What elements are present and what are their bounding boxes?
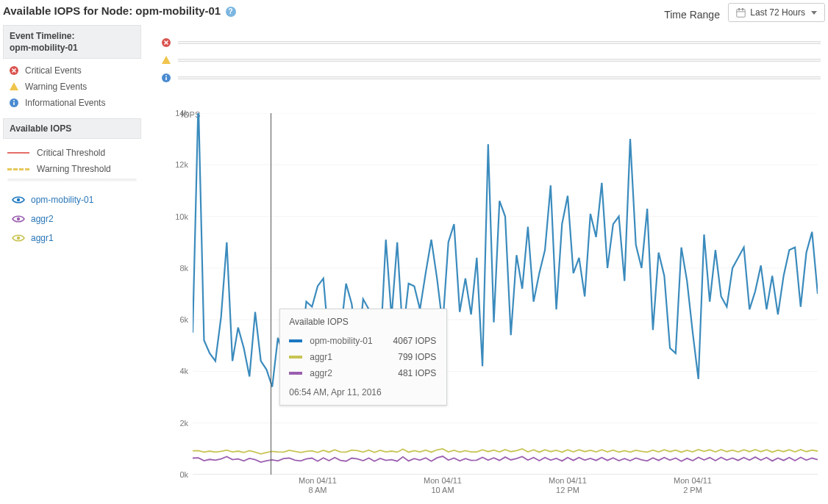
time-range-value: Last 72 Hours [750,7,805,18]
series-toggle-opm-mobility-01[interactable]: opm-mobility-01 [7,190,137,209]
event-timeline-node: opm-mobility-01 [10,42,135,54]
tooltip-row: opm-mobility-014067 IOPS [289,333,436,349]
tooltip-swatch [289,356,302,359]
warning-icon [9,82,19,92]
help-icon[interactable]: ? [226,7,236,17]
event-timeline-title: Event Timeline: [10,30,135,42]
chart-tooltip: Available IOPS opm-mobility-014067 IOPSa… [279,309,447,406]
tooltip-swatch [289,372,302,375]
strip-bar[interactable] [178,41,821,44]
title-node-name: opm-mobility-01 [135,4,221,17]
tooltip-series-name: aggr2 [310,368,390,378]
svg-rect-7 [13,101,15,102]
y-tick-label: 2k [179,419,188,428]
legend-info-label: Informational Events [25,98,105,108]
title-prefix: Available IOPS for Node: [3,4,135,17]
x-axis: Mon 04/118 AMMon 04/1110 AMMon 04/1112 P… [193,476,818,497]
critical-threshold-swatch [7,152,29,154]
event-legend: Critical Events Warning Events Informati… [3,59,141,118]
event-strips [160,35,821,88]
legend-info[interactable]: Informational Events [4,95,140,111]
warning-icon [160,55,172,65]
tooltip-timestamp: 06:54 AM, Apr 11, 2016 [289,387,436,397]
x-tick-label: Mon 04/1112 PM [549,476,587,495]
sidebar: Event Timeline: opm-mobility-01 Critical… [3,25,141,256]
svg-rect-14 [165,75,167,76]
svg-rect-13 [165,77,167,80]
tooltip-series-value: 799 IOPS [398,352,436,362]
svg-point-8 [17,198,20,201]
threshold-critical[interactable]: Critical Threshold [7,145,137,161]
y-tick-label: 6k [179,315,188,324]
tooltip-series-name: aggr1 [310,352,390,362]
y-tick-label: 8k [179,264,188,273]
y-tick-label: 4k [179,367,188,375]
strip-warning [160,53,821,71]
series-legend: opm-mobility-01 aggr2 aggr1 [7,187,137,248]
y-tick-label: 0k [179,470,188,479]
calendar-icon [736,8,746,18]
x-tick-label: Mon 04/112 PM [674,476,712,495]
chart: IOPS Available IOPS opm-mobility-014067 … [160,110,821,497]
page-header: Available IOPS for Node: opm-mobility-01… [3,4,825,24]
info-icon [160,73,172,83]
series-name: opm-mobility-01 [31,195,93,205]
svg-rect-0 [737,9,745,17]
critical-icon [160,37,172,48]
legend-critical[interactable]: Critical Events [4,62,140,79]
y-tick-label: 12k [175,160,188,169]
time-range-button[interactable]: Last 72 Hours [728,3,825,22]
threshold-warning[interactable]: Warning Threshold [7,161,137,177]
chart-plot[interactable]: Available IOPS opm-mobility-014067 IOPSa… [193,113,818,475]
series-name: aggr1 [31,233,54,243]
x-tick-label: Mon 04/118 AM [299,476,337,495]
time-range-control: Time Range Last 72 Hours [664,3,825,22]
threshold-legend: Critical Threshold Warning Threshold opm… [3,139,141,256]
warning-threshold-label: Warning Threshold [37,164,111,174]
tooltip-row: aggr1799 IOPS [289,349,436,365]
info-icon [9,98,19,108]
strip-bar[interactable] [178,76,821,79]
time-range-label: Time Range [664,9,720,21]
eye-icon [12,195,25,204]
x-tick-label: Mon 04/1110 AM [424,476,462,495]
series-toggle-aggr2[interactable]: aggr2 [7,209,137,228]
critical-icon [9,65,19,76]
warning-threshold-swatch [7,168,29,170]
strip-bar[interactable] [178,59,821,62]
legend-critical-label: Critical Events [25,65,82,76]
tooltip-series-value: 4067 IOPS [393,336,437,346]
critical-threshold-label: Critical Threshold [37,148,105,158]
event-timeline-head: Event Timeline: opm-mobility-01 [3,25,141,59]
chart-cursor-line [271,113,271,475]
strip-info [160,71,821,88]
legend-warning-label: Warning Events [25,82,87,92]
legend-warning[interactable]: Warning Events [4,79,140,95]
available-iops-head: Available IOPS [3,118,141,139]
chevron-down-icon [811,11,817,15]
y-tick-label: 10k [175,212,188,221]
eye-icon [12,215,25,223]
y-tick-label: 14k [175,109,188,118]
divider [7,179,137,181]
strip-critical [160,35,821,53]
series-name: aggr2 [31,214,54,224]
tooltip-series-name: opm-mobility-01 [310,336,385,346]
svg-point-9 [17,217,20,220]
tooltip-series-value: 481 IOPS [398,368,436,378]
svg-rect-6 [13,102,15,105]
svg-point-10 [17,237,20,240]
tooltip-title: Available IOPS [289,317,436,327]
page-title: Available IOPS for Node: opm-mobility-01 [3,4,221,17]
tooltip-swatch [289,339,302,342]
eye-icon [12,234,25,242]
tooltip-row: aggr2481 IOPS [289,365,436,381]
series-toggle-aggr1[interactable]: aggr1 [7,228,137,248]
